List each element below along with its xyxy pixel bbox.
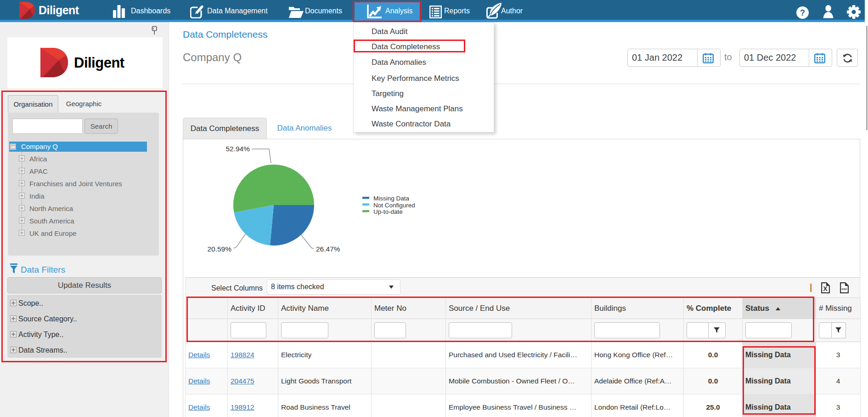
svg-text:20.59%: 20.59% [207,245,231,253]
svg-text:26.47%: 26.47% [316,245,340,253]
svg-text:52.94%: 52.94% [225,145,250,153]
svg-text:X: X [823,285,828,292]
svg-text:?: ? [800,8,805,17]
svg-text:Missing Data: Missing Data [373,195,410,202]
svg-text:Not Configured: Not Configured [373,202,415,209]
svg-text:csv: csv [841,287,847,291]
svg-text:Up-to-date: Up-to-date [373,208,403,215]
